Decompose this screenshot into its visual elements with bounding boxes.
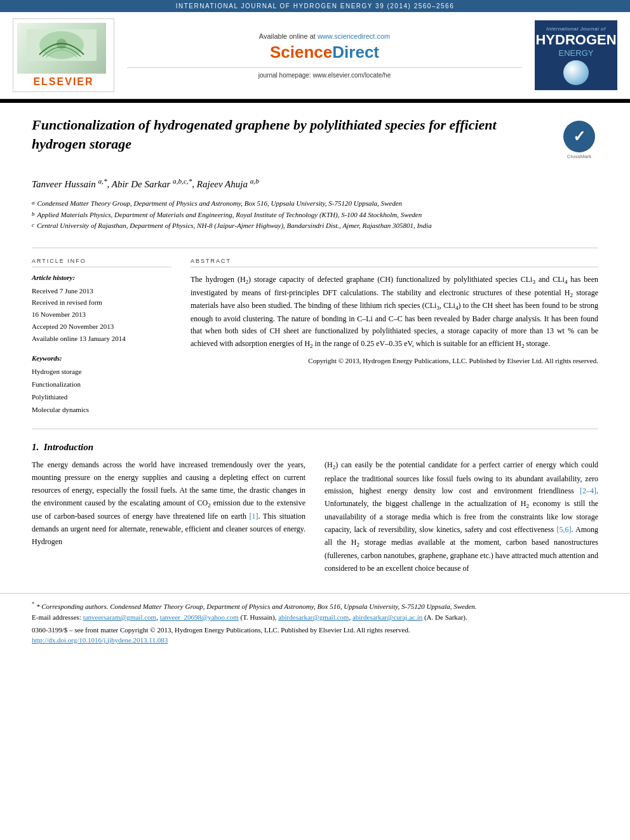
available-online: Available online at www.sciencedirect.co… [127, 32, 522, 40]
body-divider [32, 429, 598, 429]
author1-parens: (T. Hussain), [240, 613, 276, 621]
journal-logo: International Journal of HYDROGEN ENERGY [535, 20, 617, 90]
author2-parens: (A. De Sarkar). [424, 613, 467, 621]
affiliation-a-text: Condensed Matter Theory Group, Departmen… [37, 198, 403, 210]
article-info-abstract: ARTICLE INFO Article history: Received 7… [0, 258, 630, 417]
intro-right-col: (H2) can easily be the potential candida… [325, 459, 598, 580]
issn-line: 0360-3199/$ – see front matter Copyright… [32, 626, 598, 634]
authors-section: Tanveer Hussain a,*, Abir De Sarkar a,b,… [0, 169, 630, 238]
intro-left-para: The energy demands across the world have… [32, 459, 305, 548]
section-divider [32, 248, 598, 248]
intro-right-para: (H2) can easily be the potential candida… [325, 459, 598, 575]
affiliation-b: b Applied Materials Physics, Department … [32, 210, 598, 221]
affiliations: a Condensed Matter Theory Group, Departm… [32, 198, 598, 232]
doi-link[interactable]: http://dx.doi.org/10.1016/j.ijhydene.201… [32, 636, 168, 644]
article-info-column: ARTICLE INFO Article history: Received 7… [32, 258, 171, 417]
keyword-2: Functionalization [32, 378, 171, 391]
body-text-columns: The energy demands across the world have… [0, 459, 630, 580]
elsevier-logo: ELSEVIER [13, 18, 114, 92]
abstract-header: ABSTRACT [191, 258, 598, 267]
paper-title: Functionalization of hydrogenated graphe… [32, 116, 547, 153]
elsevier-image [17, 23, 106, 74]
journal-name-hydrogen: HYDROGEN [535, 33, 616, 47]
footnote-section: * * Corresponding authors. Condensed Mat… [0, 593, 630, 650]
journal-homepage: journal homepage: www.elsevier.com/locat… [127, 67, 522, 79]
revised-date: 16 November 2013 [32, 309, 171, 321]
history-label: Article history: [32, 274, 171, 281]
journal-title-bar: INTERNATIONAL JOURNAL OF HYDROGEN ENERGY… [176, 3, 454, 10]
corresponding-authors-note: * * Corresponding authors. Condensed Mat… [32, 600, 598, 612]
abstract-column: ABSTRACT The hydrogen (H2) storage capac… [191, 258, 598, 417]
revised-label: Received in revised form [32, 297, 171, 309]
crossmark-text: CrossMark [567, 154, 592, 159]
email-line: E-mail addresses: tanveersaram@gmail.com… [32, 612, 598, 623]
received-date: Received 7 June 2013 [32, 285, 171, 297]
header-center: Available online at www.sciencedirect.co… [114, 32, 535, 79]
keyword-1: Hydrogen storage [32, 366, 171, 378]
intro-left-col: The energy demands across the world have… [32, 459, 305, 580]
keyword-3: Polylithiated [32, 391, 171, 404]
title-section: Functionalization of hydrogenated graphe… [0, 103, 630, 169]
keyword-4: Molecular dynamics [32, 404, 171, 417]
affiliation-a: a Condensed Matter Theory Group, Departm… [32, 198, 598, 210]
section-number: 1. Introduction [32, 442, 598, 453]
sciencedirect-logo: ScienceDirect [127, 43, 522, 62]
crossmark-logo: ✓ CrossMark [560, 121, 598, 159]
keywords-section: Keywords: Hydrogen storage Functionaliza… [32, 354, 171, 416]
email-1[interactable]: tanveersaram@gmail.com [83, 613, 157, 621]
accepted-date: Accepted 20 November 2013 [32, 321, 171, 333]
journal-name-energy: ENERGY [559, 48, 594, 58]
journal-logo-graphic [563, 60, 589, 85]
email-3[interactable]: abirdesarkar@gmail.com [278, 613, 349, 621]
email-2[interactable]: tanveer_20698@yahoo.com [160, 613, 239, 621]
affiliation-b-text: Applied Materials Physics, Department of… [37, 210, 422, 221]
elsevier-text: ELSEVIER [17, 76, 110, 88]
authors-list: Tanveer Hussain a,*, Abir De Sarkar a,b,… [32, 175, 598, 192]
intro-header: 1. Introduction [0, 442, 630, 453]
header-section: ELSEVIER Available online at www.science… [0, 12, 630, 99]
available-online-date: Available online 13 January 2014 [32, 333, 171, 345]
affiliation-c: c Central University of Rajasthan, Depar… [32, 220, 598, 232]
keywords-header: Keywords: [32, 354, 171, 362]
abstract-copyright: Copyright © 2013, Hydrogen Energy Public… [191, 356, 598, 367]
article-history: Article history: Received 7 June 2013 Re… [32, 274, 171, 344]
crossmark-icon: ✓ [563, 121, 595, 152]
affiliation-c-text: Central University of Rajasthan, Departm… [37, 220, 432, 232]
email-4[interactable]: abirdesarkar@curaj.ac.in [352, 613, 422, 621]
email-label: E-mail addresses: [32, 613, 81, 621]
article-info-header: ARTICLE INFO [32, 258, 171, 267]
sciencedirect-url[interactable]: www.sciencedirect.com [318, 32, 390, 40]
svg-point-2 [57, 39, 67, 49]
abstract-body: The hydrogen (H2) storage capacity of de… [191, 274, 598, 351]
journal-top-bar: INTERNATIONAL JOURNAL OF HYDROGEN ENERGY… [0, 0, 630, 12]
doi-line: http://dx.doi.org/10.1016/j.ijhydene.201… [32, 636, 598, 644]
